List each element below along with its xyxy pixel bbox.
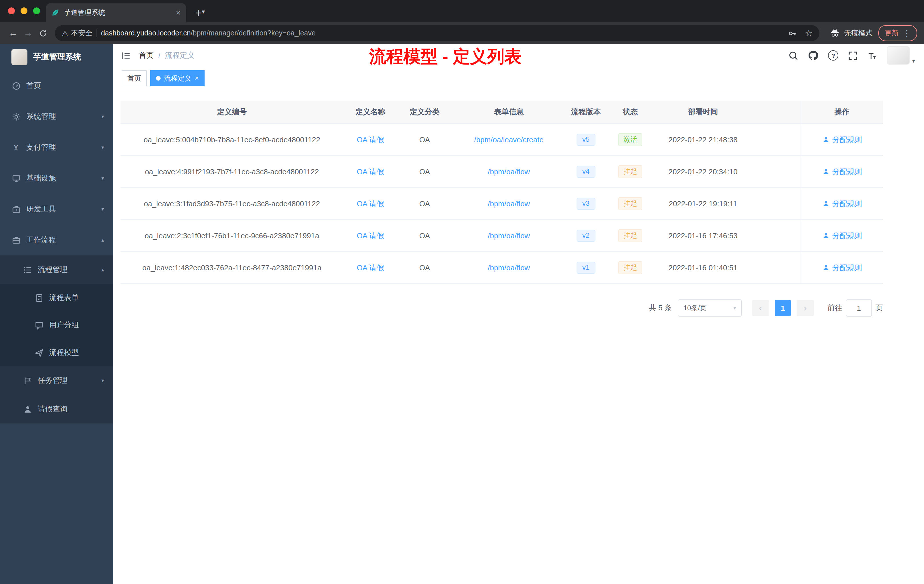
reload-button[interactable] (35, 26, 50, 41)
assign-rule-link[interactable]: 分配规则 (822, 167, 862, 177)
cell-form-info: /bpm/oa/flow (452, 156, 566, 187)
chat-icon (34, 320, 43, 330)
col-definition-id: 定义编号 (120, 101, 343, 124)
definition-name-link[interactable]: OA 请假 (357, 199, 384, 209)
cell-definition-id: oa_leave:4:991f2193-7b7f-11ec-a3c8-acde4… (120, 156, 343, 187)
sidebar-item-payment-mgmt[interactable]: ¥ 支付管理 ▾ (0, 132, 113, 163)
breadcrumb-home[interactable]: 首页 (139, 50, 154, 61)
cell-status: 挂起 (606, 220, 655, 251)
form-link[interactable]: /bpm/oa/flow (488, 264, 530, 272)
tab-close-icon[interactable]: × (176, 8, 181, 16)
sidebar-item-home[interactable]: 首页 (0, 70, 113, 101)
col-deploy-time: 部署时间 (655, 101, 752, 124)
sidebar-toggle-button[interactable] (113, 51, 139, 60)
github-icon[interactable] (808, 50, 818, 61)
fullscreen-icon[interactable] (848, 51, 858, 60)
tag-process-definition[interactable]: 流程定义 × (150, 70, 205, 86)
assign-rule-link[interactable]: 分配规则 (822, 135, 862, 145)
chevron-down-icon: ▾ (101, 145, 104, 150)
active-dot (156, 76, 160, 81)
user-icon (822, 264, 830, 271)
list-icon (23, 265, 32, 274)
total-count: 共 5 条 (649, 303, 672, 313)
sidebar-item-task-mgmt[interactable]: 任务管理 ▾ (0, 366, 113, 395)
cell-definition-id: oa_leave:5:004b710b-7b8a-11ec-8ef0-acde4… (120, 124, 343, 155)
sidebar-item-process-model[interactable]: 流程模型 (0, 339, 113, 366)
form-link[interactable]: /bpm/oa/flow (488, 231, 530, 240)
cell-filler (751, 188, 800, 219)
url-text: dashboard.yudao.iocoder.cn/bpm/manager/d… (101, 29, 779, 37)
browser-tab[interactable]: 芋道管理系统 × (46, 3, 186, 22)
sidebar-item-process-form[interactable]: 流程表单 (0, 284, 113, 312)
browser-window: 芋道管理系统 × + ▾ ← → ⚠ 不安全 dashboard.yudao.i… (0, 0, 924, 584)
chevron-up-icon: ▴ (101, 237, 104, 243)
sidebar-item-process-mgmt[interactable]: 流程管理 ▴ (0, 256, 113, 284)
assign-rule-link[interactable]: 分配规则 (822, 199, 862, 209)
top-navbar: 首页 / 流程定义 流程模型 - 定义列表 ? (113, 44, 924, 67)
cell-definition-name: OA 请假 (343, 124, 398, 155)
tab-search-caret-icon[interactable]: ▾ (202, 8, 205, 15)
font-size-icon[interactable] (868, 51, 878, 60)
current-page-button[interactable]: 1 (775, 300, 791, 316)
cell-version: v4 (566, 156, 606, 187)
bookmark-star-icon[interactable]: ☆ (805, 28, 813, 38)
status-badge: 挂起 (618, 229, 642, 242)
security-indicator[interactable]: ⚠ 不安全 (62, 28, 92, 38)
cell-definition-id: oa_leave:2:3c1f0ef1-76b1-11ec-9c66-a2380… (120, 220, 343, 251)
close-window-button[interactable] (8, 7, 15, 14)
next-page-button[interactable]: › (797, 300, 814, 316)
sidebar-item-user-group[interactable]: 用户分组 (0, 312, 113, 339)
tag-close-icon[interactable]: × (195, 75, 199, 82)
password-key-icon[interactable] (788, 29, 796, 38)
definition-name-link[interactable]: OA 请假 (357, 167, 384, 177)
cell-version: v2 (566, 220, 606, 251)
cell-definition-name: OA 请假 (343, 252, 398, 284)
address-bar[interactable]: ⚠ 不安全 dashboard.yudao.iocoder.cn/bpm/man… (55, 25, 819, 41)
sidebar-item-system-mgmt[interactable]: 系统管理 ▾ (0, 101, 113, 132)
form-link[interactable]: /bpm/oa/flow (488, 167, 530, 176)
table-row: oa_leave:1:482ec033-762a-11ec-8477-a2380… (120, 252, 883, 284)
table-row: oa_leave:5:004b710b-7b8a-11ec-8ef0-acde4… (120, 124, 883, 156)
cell-definition-id: oa_leave:1:482ec033-762a-11ec-8477-a2380… (120, 252, 343, 284)
form-link[interactable]: /bpm/oa/leave/create (474, 135, 544, 144)
assign-rule-link[interactable]: 分配规则 (822, 231, 862, 241)
user-avatar-menu[interactable]: ▾ (887, 46, 915, 64)
prev-page-button[interactable]: ‹ (752, 300, 769, 316)
form-link[interactable]: /bpm/oa/flow (488, 200, 530, 208)
chevron-up-icon: ▴ (101, 267, 104, 272)
tag-home[interactable]: 首页 (122, 70, 147, 86)
status-badge: 挂起 (618, 165, 642, 178)
cell-filler (751, 156, 800, 187)
minimize-window-button[interactable] (21, 7, 27, 14)
assign-rule-link[interactable]: 分配规则 (822, 262, 862, 273)
browser-update-button[interactable]: 更新 ⋮ (878, 25, 917, 41)
status-badge: 挂起 (618, 261, 642, 274)
help-icon[interactable]: ? (828, 50, 838, 61)
definition-name-link[interactable]: OA 请假 (357, 135, 384, 145)
new-tab-button[interactable]: + (195, 7, 202, 18)
sidebar-item-leave-query[interactable]: 请假查询 (0, 395, 113, 424)
definition-name-link[interactable]: OA 请假 (357, 262, 384, 273)
browser-menu-icon[interactable]: ⋮ (903, 28, 911, 38)
dashboard-icon (12, 81, 21, 90)
cell-filler (751, 220, 800, 251)
person-icon (23, 404, 32, 414)
col-definition-name: 定义名称 (343, 101, 398, 124)
sidebar-item-workflow[interactable]: 工作流程 ▴ (0, 224, 113, 256)
sidebar-item-dev-tools[interactable]: 研发工具 ▾ (0, 194, 113, 224)
page-size-select[interactable]: 10条/页 ▾ (678, 299, 742, 317)
col-actions: 操作 (800, 101, 883, 124)
forward-button[interactable]: → (21, 26, 35, 41)
cell-actions: 分配规则 (800, 188, 883, 219)
search-icon[interactable] (789, 51, 799, 60)
back-button[interactable]: ← (6, 26, 21, 41)
goto-page-input[interactable] (846, 299, 872, 317)
briefcase-icon (12, 236, 21, 244)
definition-name-link[interactable]: OA 请假 (357, 231, 384, 241)
sidebar-item-infrastructure[interactable]: 基础设施 ▾ (0, 163, 113, 194)
maximize-window-button[interactable] (33, 7, 40, 14)
goto-label: 前往 (827, 303, 842, 313)
cell-category: OA (398, 156, 452, 187)
cell-actions: 分配规则 (800, 124, 883, 155)
breadcrumb: 首页 / 流程定义 (139, 50, 195, 61)
